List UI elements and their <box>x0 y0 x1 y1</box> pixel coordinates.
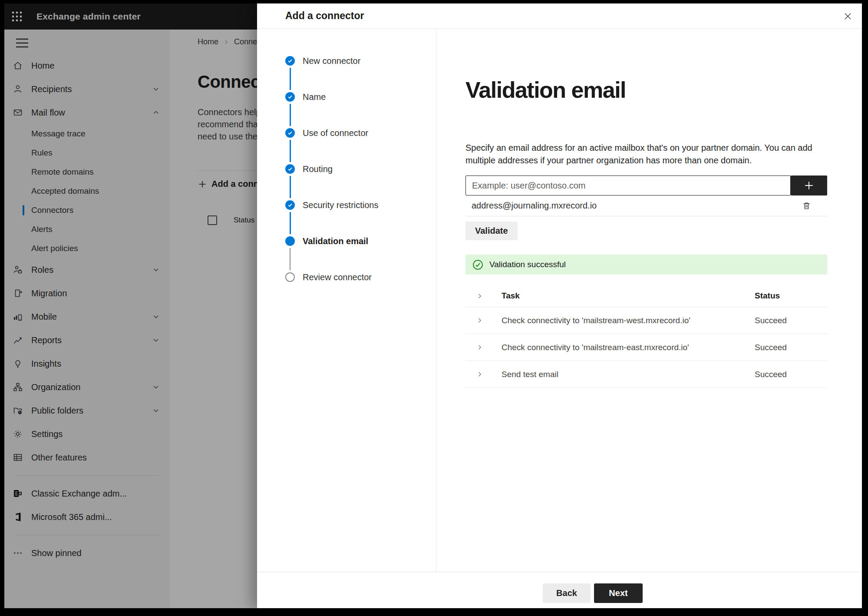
wizard-steps: New connector Name Use of connector Rout… <box>257 29 436 572</box>
step-content: Validation email Specify an email addres… <box>436 29 862 572</box>
step-label: Use of connector <box>303 128 368 138</box>
step-done-icon <box>285 128 295 138</box>
delete-address-button[interactable] <box>802 201 812 211</box>
next-button[interactable]: Next <box>594 583 643 603</box>
panel-footer: Back Next <box>257 572 862 608</box>
table-row: Check connectivity to 'mailstream-east.m… <box>465 334 827 361</box>
step-use-of-connector[interactable]: Use of connector <box>285 128 436 164</box>
table-row: Check connectivity to 'mailstream-west.m… <box>465 307 827 334</box>
step-label: Security restrictions <box>303 200 379 210</box>
chevron-right-icon <box>476 344 483 351</box>
expand-row-button[interactable] <box>465 371 502 378</box>
step-heading: Validation email <box>465 77 827 103</box>
step-label: Review connector <box>303 272 372 282</box>
task-cell: Check connectivity to 'mailstream-east.m… <box>502 343 755 352</box>
step-security-restrictions[interactable]: Security restrictions <box>285 200 436 236</box>
validation-task-table: Task Status Check connectivity to 'mails… <box>465 285 827 388</box>
status-cell: Succeed <box>755 343 827 352</box>
step-routing[interactable]: Routing <box>285 164 436 200</box>
success-check-icon <box>472 259 483 270</box>
step-done-icon <box>285 56 295 66</box>
step-label: Name <box>303 92 326 102</box>
back-button[interactable]: Back <box>543 583 591 603</box>
step-label: Routing <box>303 164 333 174</box>
step-done-icon <box>285 200 295 210</box>
step-current-icon <box>285 236 295 246</box>
step-done-icon <box>285 164 295 174</box>
chevron-right-icon <box>476 371 483 378</box>
task-column-header: Task <box>502 291 755 301</box>
status-cell: Succeed <box>755 370 827 379</box>
expand-all-button[interactable] <box>465 292 502 300</box>
add-email-button[interactable] <box>791 176 827 195</box>
success-message: Validation successful <box>489 260 566 269</box>
validation-success-banner: Validation successful <box>465 255 827 275</box>
plus-icon <box>803 179 815 192</box>
email-input[interactable] <box>465 176 791 195</box>
step-review-connector[interactable]: Review connector <box>285 272 436 308</box>
status-column-header: Status <box>755 291 827 301</box>
table-row: Send test email Succeed <box>465 361 827 388</box>
panel-header: Add a connector <box>257 3 862 29</box>
task-cell: Send test email <box>502 370 755 379</box>
expand-row-button[interactable] <box>465 344 502 351</box>
added-address: address@journaling.mxrecord.io <box>472 201 597 211</box>
status-cell: Succeed <box>755 316 827 325</box>
app-window: Exchange admin center Home Recipients Ma… <box>4 3 862 608</box>
validate-button[interactable]: Validate <box>465 222 518 240</box>
modal-dim-overlay <box>4 3 257 608</box>
step-done-icon <box>285 92 295 102</box>
step-label: New connector <box>303 56 360 66</box>
step-name[interactable]: Name <box>285 92 436 128</box>
step-description: Specify an email address for an active m… <box>465 142 827 167</box>
expand-row-button[interactable] <box>465 317 502 324</box>
step-label: Validation email <box>303 236 368 246</box>
chevron-right-icon <box>476 292 483 300</box>
email-entry-row <box>465 176 827 195</box>
close-button[interactable] <box>842 10 853 22</box>
add-connector-panel: Add a connector New connector Name Use o… <box>257 3 862 608</box>
task-cell: Check connectivity to 'mailstream-west.m… <box>502 316 755 325</box>
step-validation-email[interactable]: Validation email <box>285 236 436 272</box>
table-header-row: Task Status <box>465 285 827 307</box>
step-todo-icon <box>285 272 295 282</box>
close-icon <box>843 11 853 21</box>
trash-icon <box>802 201 812 211</box>
added-address-row: address@journaling.mxrecord.io <box>465 195 827 216</box>
chevron-right-icon <box>476 317 483 324</box>
panel-title: Add a connector <box>285 10 364 22</box>
step-new-connector[interactable]: New connector <box>285 56 436 92</box>
